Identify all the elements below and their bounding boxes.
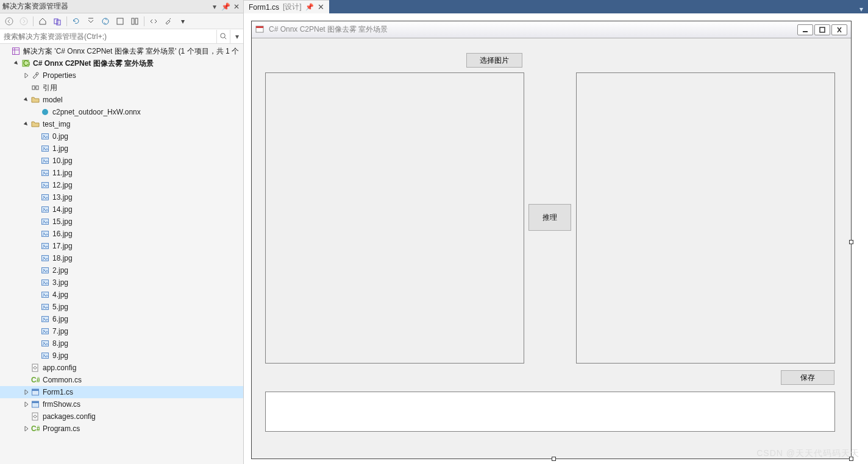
picturebox-output[interactable] [576, 72, 835, 364]
expand-icon[interactable] [32, 303, 40, 311]
tree-packages-config[interactable]: packages.config [0, 410, 243, 423]
minimize-icon[interactable] [797, 24, 813, 35]
form-window[interactable]: C# Onnx C2PNet 图像去雾 室外场景 选择图片 推理 保存 [251, 21, 852, 459]
tree-img-8[interactable]: 16.jpg [0, 228, 243, 240]
expand-icon[interactable] [22, 96, 30, 104]
tree-img-9[interactable]: 17.jpg [0, 240, 243, 252]
expand-icon[interactable] [32, 266, 40, 275]
expand-icon[interactable] [22, 120, 30, 128]
showall-icon[interactable] [115, 16, 126, 27]
expand-icon[interactable] [32, 156, 40, 165]
expand-icon[interactable] [32, 205, 40, 214]
close-window-icon[interactable] [831, 24, 847, 35]
form-designer[interactable]: C# Onnx C2PNet 图像去雾 室外场景 选择图片 推理 保存 [244, 13, 868, 464]
expand-icon[interactable] [22, 83, 30, 92]
expand-icon[interactable] [22, 364, 30, 372]
solution-tree[interactable]: 解决方案 'C# Onnx C2PNet 图像去雾 室外场景' (1 个项目，共… [0, 44, 243, 464]
tree-img-14[interactable]: 5.jpg [0, 301, 243, 313]
expand-icon[interactable] [32, 193, 40, 202]
save-button[interactable]: 保存 [781, 370, 834, 385]
tree-img-12[interactable]: 3.jpg [0, 276, 243, 289]
tree-solution[interactable]: 解决方案 'C# Onnx C2PNet 图像去雾 室外场景' (1 个项目，共… [0, 45, 243, 57]
sync-icon[interactable] [100, 16, 111, 27]
tree-program-cs[interactable]: C#Program.cs [0, 423, 243, 435]
expand-icon[interactable] [32, 315, 40, 323]
tree-img-0[interactable]: 0.jpg [0, 130, 243, 142]
pin-icon[interactable]: 📌 [221, 2, 230, 11]
infer-button[interactable]: 推理 [528, 204, 571, 231]
picturebox-input[interactable] [265, 72, 524, 364]
resize-handle[interactable] [849, 457, 853, 461]
tree-img-16[interactable]: 7.jpg [0, 325, 243, 337]
tree-folder-testimg[interactable]: test_img [0, 118, 243, 130]
tree-img-11[interactable]: 2.jpg [0, 264, 243, 276]
expand-icon[interactable] [22, 424, 30, 433]
expand-icon[interactable] [32, 217, 40, 226]
tree-img-15[interactable]: 6.jpg [0, 313, 243, 325]
log-textbox[interactable] [265, 392, 835, 432]
expand-icon[interactable] [22, 388, 30, 396]
expand-icon[interactable] [32, 278, 40, 287]
tree-references[interactable]: 引用 [0, 82, 243, 94]
form-body[interactable]: 选择图片 推理 保存 [252, 38, 851, 459]
tree-properties[interactable]: Properties [0, 69, 243, 82]
tab-form1[interactable]: Form1.cs [设计] 📌 ✕ [244, 0, 329, 13]
tree-img-2[interactable]: 10.jpg [0, 155, 243, 167]
expand-icon[interactable] [32, 290, 40, 299]
maximize-icon[interactable] [814, 24, 830, 35]
expand-icon[interactable] [2, 47, 11, 55]
expand-icon[interactable] [32, 327, 40, 336]
collapse-icon[interactable] [85, 16, 96, 27]
tree-appconfig[interactable]: app.config [0, 362, 243, 374]
tree-img-13[interactable]: 4.jpg [0, 289, 243, 301]
tree-folder-model[interactable]: model [0, 94, 243, 106]
sync-view-icon[interactable] [52, 16, 63, 27]
expand-icon[interactable] [32, 242, 40, 250]
expand-icon[interactable] [22, 400, 30, 409]
expand-icon[interactable] [22, 412, 30, 421]
tree-project[interactable]: C#C# Onnx C2PNet 图像去雾 室外场景 [0, 57, 243, 69]
expand-icon[interactable] [12, 59, 21, 68]
resize-handle[interactable] [552, 457, 556, 461]
expand-icon[interactable] [32, 230, 40, 238]
tree-img-6[interactable]: 14.jpg [0, 203, 243, 216]
select-image-button[interactable]: 选择图片 [466, 53, 522, 68]
expand-icon[interactable] [32, 169, 40, 177]
home-icon[interactable] [37, 16, 48, 27]
tree-form1-cs[interactable]: Form1.cs [0, 386, 243, 398]
tree-frmshow-cs[interactable]: frmShow.cs [0, 398, 243, 410]
tree-img-4[interactable]: 12.jpg [0, 179, 243, 191]
tree-img-3[interactable]: 11.jpg [0, 167, 243, 179]
viewcode-icon[interactable] [148, 16, 159, 27]
close-icon[interactable]: ✕ [232, 2, 241, 11]
expand-icon[interactable] [32, 108, 40, 116]
tree-img-18[interactable]: 9.jpg [0, 350, 243, 362]
expand-icon[interactable] [32, 254, 40, 262]
expand-icon[interactable] [32, 351, 40, 360]
expand-icon[interactable] [22, 376, 30, 384]
tree-img-10[interactable]: 18.jpg [0, 252, 243, 264]
tree-img-17[interactable]: 8.jpg [0, 337, 243, 350]
search-dropdown-icon[interactable]: ▾ [230, 30, 243, 43]
tree-img-7[interactable]: 15.jpg [0, 216, 243, 228]
tree-common-cs[interactable]: C#Common.cs [0, 374, 243, 386]
forward-icon[interactable] [18, 16, 29, 27]
expand-icon[interactable] [32, 181, 40, 189]
tab-overflow-icon[interactable]: ▾ [855, 5, 868, 13]
refresh-icon[interactable] [71, 16, 82, 27]
more-icon[interactable]: ▾ [177, 16, 188, 27]
expand-icon[interactable] [22, 71, 30, 80]
dropdown-icon[interactable]: ▾ [210, 2, 219, 11]
tree-onnx-file[interactable]: c2pnet_outdoor_HxW.onnx [0, 106, 243, 118]
preview-icon[interactable] [129, 16, 140, 27]
back-icon[interactable] [4, 16, 15, 27]
expand-icon[interactable] [32, 339, 40, 348]
expand-icon[interactable] [32, 132, 40, 141]
pin-icon[interactable]: 📌 [305, 3, 314, 11]
close-icon[interactable]: ✕ [318, 2, 324, 12]
search-icon[interactable] [216, 30, 230, 43]
tree-img-1[interactable]: 1.jpg [0, 142, 243, 155]
expand-icon[interactable] [32, 144, 40, 153]
search-input[interactable] [0, 30, 216, 43]
resize-handle[interactable] [849, 240, 853, 244]
